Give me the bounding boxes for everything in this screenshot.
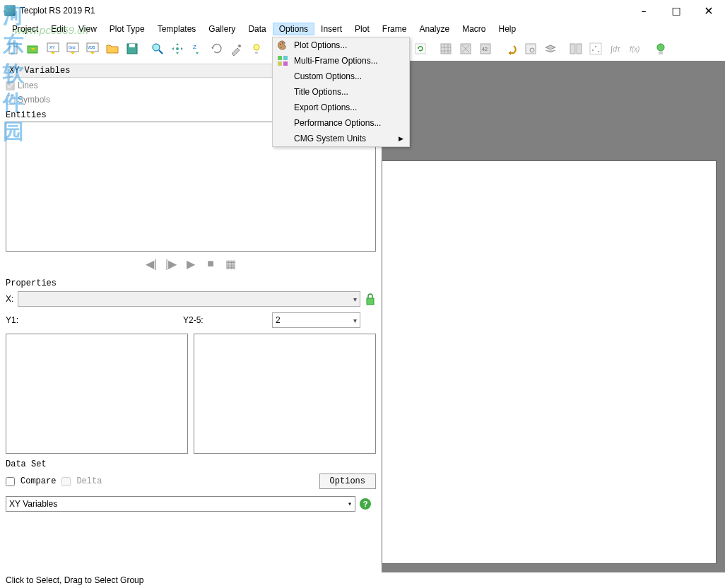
help-icon[interactable]: ? [360, 498, 371, 510]
panel-split-icon[interactable] [567, 40, 585, 58]
grid-load-icon[interactable]: Grid [64, 40, 82, 58]
menuitem-performance-options[interactable]: Performance Options... [273, 115, 409, 131]
menu-edit[interactable]: Edit [45, 23, 72, 35]
menuitem-multiframe-options[interactable]: Multi-Frame Options... [273, 53, 409, 69]
film-icon[interactable]: ▦ [222, 256, 239, 271]
light-icon[interactable] [247, 40, 266, 58]
menuitem-export-options[interactable]: Export Options... [273, 100, 409, 115]
plot-type-combo[interactable]: XY Variables [6, 496, 355, 512]
minimize-button[interactable]: – [627, 0, 660, 21]
new-icon[interactable] [4, 40, 23, 58]
menu-view[interactable]: View [72, 23, 103, 35]
y25-list[interactable] [194, 334, 376, 454]
menuitem-title-options[interactable]: Title Options... [273, 84, 409, 100]
close-button[interactable]: ✕ [692, 0, 725, 21]
grid-zoom-icon[interactable] [521, 40, 540, 58]
y25-label: Y2-5: [183, 315, 268, 325]
playback-controls: ◀| |▶ ▶ ■ ▦ [6, 256, 376, 271]
menu-data[interactable]: Data [242, 23, 272, 35]
menuitem-custom-options[interactable]: Custom Options... [273, 69, 409, 84]
grid-42-icon[interactable]: 42 [476, 40, 495, 58]
integral-icon[interactable]: ∫dτ [606, 40, 625, 58]
save-icon[interactable] [123, 40, 141, 58]
menu-options[interactable]: Options [273, 23, 314, 35]
options-dropdown: Plot Options... Multi-Frame Options... C… [272, 37, 410, 147]
svg-point-15 [254, 45, 259, 50]
dataset-label: Data Set [6, 459, 376, 469]
rotate-icon[interactable] [208, 40, 226, 58]
macro-icon[interactable] [652, 40, 670, 58]
plot-canvas[interactable] [382, 160, 717, 564]
svg-point-44 [281, 47, 282, 48]
properties-label: Properties [6, 278, 376, 288]
menuitem-cmg-units[interactable]: CMG System Units▶ [273, 131, 409, 146]
menu-plot-type[interactable]: Plot Type [103, 23, 151, 35]
svg-text:∫dτ: ∫dτ [610, 45, 620, 54]
menu-analyze[interactable]: Analyze [413, 23, 456, 35]
menuitem-plot-options[interactable]: Plot Options... [273, 37, 409, 53]
maximize-button[interactable]: □ [660, 0, 692, 21]
fx-icon[interactable]: f(x) [626, 40, 644, 58]
symbols-checkbox[interactable] [6, 95, 15, 105]
lock-icon[interactable] [365, 292, 376, 306]
folder-icon[interactable] [103, 40, 122, 58]
x-label: X: [6, 294, 13, 304]
y25-combo[interactable]: 2 [272, 312, 360, 328]
scatter-icon[interactable] [587, 40, 605, 58]
y1-list[interactable] [6, 334, 188, 454]
vdb-load-icon[interactable]: VDB [83, 40, 102, 58]
pan-icon[interactable] [168, 40, 187, 58]
grid-tool2-icon[interactable] [456, 40, 475, 58]
step-fwd-icon[interactable]: |▶ [163, 256, 179, 271]
lines-checkbox[interactable] [6, 81, 15, 90]
symbols-label: Symbols [18, 95, 50, 105]
palette-icon [277, 40, 288, 51]
svg-point-34 [592, 49, 594, 51]
undo-icon[interactable] [502, 40, 520, 58]
menu-gallery[interactable]: Gallery [202, 23, 242, 35]
menu-templates[interactable]: Templates [151, 23, 203, 35]
svg-rect-32 [577, 44, 582, 54]
svg-point-42 [280, 44, 281, 45]
menu-macro[interactable]: Macro [456, 23, 492, 35]
svg-point-10 [153, 44, 160, 51]
layer-icon[interactable] [541, 40, 560, 58]
probe-icon[interactable] [228, 40, 246, 58]
options-button[interactable]: Options [319, 474, 376, 489]
svg-point-43 [282, 42, 283, 44]
svg-rect-41 [367, 298, 374, 305]
refresh-icon[interactable] [411, 40, 430, 58]
svg-rect-48 [283, 61, 288, 66]
svg-rect-45 [278, 56, 282, 60]
svg-rect-24 [415, 44, 425, 54]
menu-frame[interactable]: Frame [376, 23, 413, 35]
menu-bar: Project Edit View Plot Type Templates Ga… [0, 21, 725, 37]
title-bar: Tecplot RS 2019 R1 – □ ✕ [0, 0, 725, 21]
delta-checkbox[interactable] [61, 477, 71, 486]
menu-plot[interactable]: Plot [348, 23, 376, 35]
window-title: Tecplot RS 2019 R1 [20, 6, 95, 16]
step-back-icon[interactable]: ◀| [143, 256, 160, 271]
stop-icon[interactable]: ■ [202, 256, 219, 271]
svg-rect-0 [9, 43, 17, 54]
svg-text:Z: Z [193, 44, 196, 50]
x-combo[interactable] [18, 291, 360, 307]
menu-help[interactable]: Help [493, 23, 523, 35]
zoom-icon[interactable] [148, 40, 167, 58]
grid-tool1-icon[interactable] [437, 40, 455, 58]
app-icon [4, 5, 16, 16]
menu-project[interactable]: Project [6, 23, 45, 35]
play-icon[interactable]: ▶ [182, 256, 199, 271]
svg-text:XY: XY [49, 45, 55, 49]
svg-rect-9 [129, 44, 135, 47]
compare-checkbox[interactable] [6, 477, 15, 486]
z-depth-icon[interactable]: Z [188, 40, 206, 58]
svg-text:Grid: Grid [69, 45, 76, 49]
status-text: Click to Select, Drag to Select Group [6, 575, 143, 585]
menu-insert[interactable]: Insert [314, 23, 348, 35]
multiframe-icon [277, 55, 288, 66]
svg-text:f(x): f(x) [630, 45, 639, 53]
open-project-icon[interactable] [24, 40, 42, 58]
xy-load-icon[interactable]: XY [44, 40, 62, 58]
svg-line-11 [159, 50, 163, 54]
